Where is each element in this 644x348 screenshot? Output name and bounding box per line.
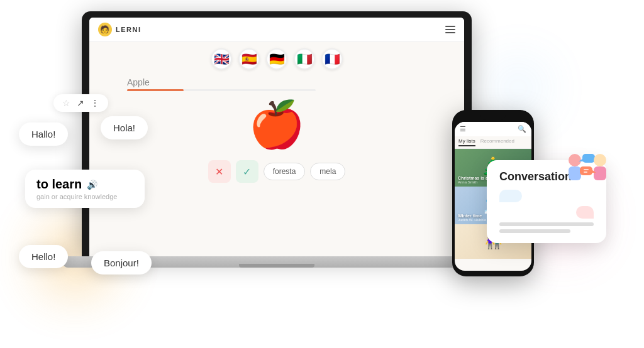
phone-search-icon[interactable]: 🔍 — [518, 125, 526, 133]
hola-text: Hola! — [113, 122, 135, 133]
phone-menu-icon[interactable]: ☰ — [460, 125, 466, 133]
app-name: LERNI — [116, 26, 142, 33]
wrong-button[interactable]: ✕ — [208, 160, 231, 183]
word-section: Apple — [89, 73, 464, 94]
speaker-icon[interactable]: 🔊 — [87, 180, 97, 190]
answer-chip-mela[interactable]: mela — [310, 163, 345, 180]
hallo-bubble: Hallo! — [19, 122, 68, 151]
share-icon[interactable]: ↗ — [77, 98, 84, 108]
conversation-illustration — [562, 149, 613, 192]
word-label: Apple — [89, 77, 150, 87]
svg-rect-5 — [594, 166, 606, 180]
svg-rect-2 — [582, 154, 595, 163]
flag-de[interactable]: 🇩🇪 — [266, 48, 287, 70]
conv-line-2 — [499, 229, 570, 233]
bonjour-card: Bonjour! — [91, 251, 152, 275]
hola-card: Hola! — [101, 116, 148, 139]
conversation-popup: Conversation — [487, 160, 606, 243]
answer-chip-foresta[interactable]: foresta — [264, 163, 306, 180]
hello-card: Hello! — [19, 245, 68, 268]
phone-header: ☰ 🔍 — [455, 122, 531, 136]
apple-image: 🍎 — [248, 96, 305, 153]
flag-en[interactable]: 🇬🇧 — [211, 48, 232, 70]
svg-rect-8 — [584, 169, 589, 170]
flags-row: 🇬🇧 🇪🇸 🇩🇪 🇮🇹 🇫🇷 — [89, 42, 464, 73]
svg-point-0 — [569, 154, 581, 166]
chat-bubble-right — [576, 206, 594, 219]
phone-tabs: My lists Recommended — [455, 136, 531, 149]
svg-rect-9 — [584, 171, 587, 173]
logo-avatar: 🧑 — [98, 23, 112, 36]
star-icon[interactable]: ☆ — [62, 98, 70, 108]
hallo-text: Hallo! — [31, 129, 55, 139]
to-learn-subtext: gain or acquire knowledge — [36, 193, 133, 200]
flag-es[interactable]: 🇪🇸 — [238, 48, 260, 70]
lerni-logo: 🧑 LERNI — [98, 23, 142, 36]
action-icons-card: ☆ ↗ ⋮ — [53, 94, 108, 112]
scene: 🧑 LERNI 🇬🇧 🇪🇸 🇩🇪 🇮🇹 🇫🇷 — [0, 0, 644, 348]
tab-my-lists[interactable]: My lists — [458, 138, 475, 146]
hamburger-icon[interactable] — [445, 26, 455, 33]
conversation-bubbles — [499, 190, 594, 219]
correct-button[interactable]: ✓ — [236, 160, 258, 183]
more-icon[interactable]: ⋮ — [91, 98, 99, 108]
word-progress — [127, 89, 316, 91]
tab-recommended[interactable]: Recommended — [480, 138, 514, 146]
to-learn-card: to learn 🔊 gain or acquire knowledge — [25, 170, 145, 208]
svg-rect-1 — [569, 166, 581, 180]
conv-line-1 — [499, 222, 594, 226]
glow-blue — [493, 63, 543, 113]
hello-text: Hello! — [31, 251, 55, 262]
conversation-lines — [499, 222, 594, 233]
svg-rect-6 — [580, 166, 592, 175]
word-progress-fill — [127, 89, 184, 91]
flag-fr[interactable]: 🇫🇷 — [321, 48, 343, 70]
hallo-card: Hallo! — [19, 122, 68, 146]
svg-point-4 — [594, 154, 606, 166]
hello-bubble: Hello! — [19, 245, 68, 273]
laptop-header: 🧑 LERNI — [89, 18, 464, 42]
bonjour-bubble: Bonjour! — [91, 251, 152, 280]
hola-bubble: Hola! — [101, 116, 148, 144]
to-learn-text: to learn — [36, 177, 82, 192]
flag-it[interactable]: 🇮🇹 — [294, 48, 315, 70]
chat-bubble-left — [499, 190, 522, 202]
phone-notch — [480, 114, 506, 120]
word-cards-container: ☆ ↗ ⋮ Hallo! Hola! to learn 🔊 gain or ac… — [19, 94, 189, 283]
bonjour-text: Bonjour! — [104, 258, 139, 268]
